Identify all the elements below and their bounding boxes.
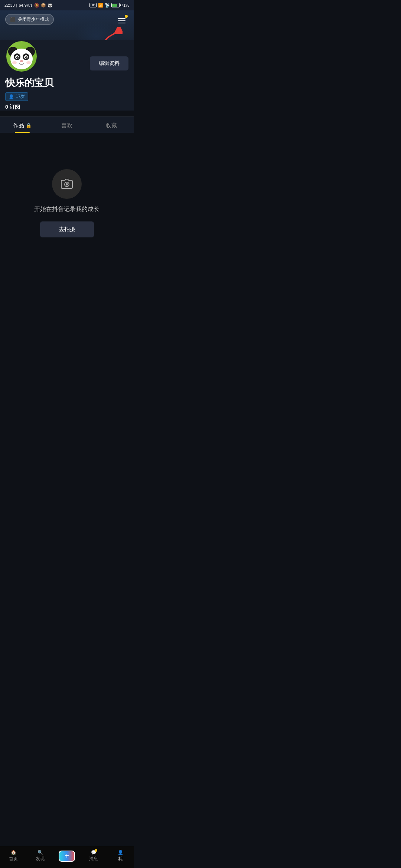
tab-works[interactable]: 作品 🔒 bbox=[0, 117, 45, 133]
lock-icon: 🔒 bbox=[26, 123, 32, 128]
hamburger-icon bbox=[118, 18, 125, 23]
time: 22:33 bbox=[4, 3, 15, 7]
age-text: 17岁 bbox=[16, 93, 25, 100]
tab-favorites-label: 收藏 bbox=[106, 122, 117, 129]
svg-point-10 bbox=[17, 57, 18, 57]
empty-state-text: 开始在抖音记录我的成长 bbox=[34, 206, 100, 213]
tab-favorites[interactable]: 收藏 bbox=[89, 117, 134, 133]
username: 快乐的宝贝 bbox=[5, 76, 128, 89]
profile-section: 编辑资料 快乐的宝贝 👤 17岁 0 订阅 bbox=[0, 40, 134, 111]
svg-point-12 bbox=[20, 60, 23, 62]
app-icon-1: 📦 bbox=[41, 3, 46, 8]
network-speed: 64.9K/s bbox=[19, 3, 32, 7]
age-badge: 👤 17岁 bbox=[5, 92, 28, 101]
battery-icon bbox=[111, 3, 120, 7]
camera-icon bbox=[60, 178, 74, 190]
mute-icon: 🔕 bbox=[34, 3, 39, 8]
svg-point-14 bbox=[26, 61, 31, 64]
svg-point-9 bbox=[25, 56, 27, 59]
capture-button[interactable]: 去拍摄 bbox=[40, 221, 94, 237]
status-left: 22:33 | 64.9K/s 🔕 📦 🐼 bbox=[4, 3, 53, 8]
content-area: 开始在抖音记录我的成长 去拍摄 bbox=[0, 133, 134, 274]
teen-mode-button[interactable]: ⬛ 关闭青少年模式 bbox=[5, 14, 54, 25]
tab-likes-label: 喜欢 bbox=[61, 122, 72, 129]
teen-mode-icon: ⬛ bbox=[10, 17, 16, 22]
separator: | bbox=[16, 3, 17, 7]
menu-notification-dot bbox=[125, 15, 128, 18]
status-right: HD 📶 📡 71% bbox=[89, 3, 129, 8]
edit-profile-button[interactable]: 编辑资料 bbox=[90, 56, 128, 70]
app-icon-2: 🐼 bbox=[48, 3, 53, 8]
teen-mode-label: 关闭青少年模式 bbox=[18, 16, 49, 23]
svg-point-16 bbox=[66, 183, 68, 185]
tabs-row: 作品 🔒 喜欢 收藏 bbox=[0, 116, 134, 133]
svg-point-11 bbox=[26, 57, 27, 57]
battery-fill bbox=[112, 4, 117, 7]
hd-badge: HD bbox=[89, 3, 97, 7]
avatar bbox=[5, 40, 38, 73]
tab-works-label: 作品 bbox=[13, 122, 24, 129]
svg-point-13 bbox=[12, 61, 17, 64]
status-bar: 22:33 | 64.9K/s 🔕 📦 🐼 HD 📶 📡 71% bbox=[0, 0, 134, 10]
person-icon: 👤 bbox=[9, 94, 14, 99]
camera-circle bbox=[52, 169, 82, 199]
wifi-icon: 📡 bbox=[105, 3, 110, 8]
battery-percent: 71% bbox=[121, 3, 129, 7]
menu-button[interactable] bbox=[115, 14, 128, 27]
tab-likes[interactable]: 喜欢 bbox=[45, 117, 89, 133]
subscribers-count: 0 订阅 bbox=[5, 104, 128, 111]
avatar-row: 编辑资料 bbox=[5, 40, 128, 73]
signal-icon: 📶 bbox=[98, 3, 103, 8]
svg-point-8 bbox=[16, 56, 19, 59]
svg-point-3 bbox=[10, 49, 33, 69]
